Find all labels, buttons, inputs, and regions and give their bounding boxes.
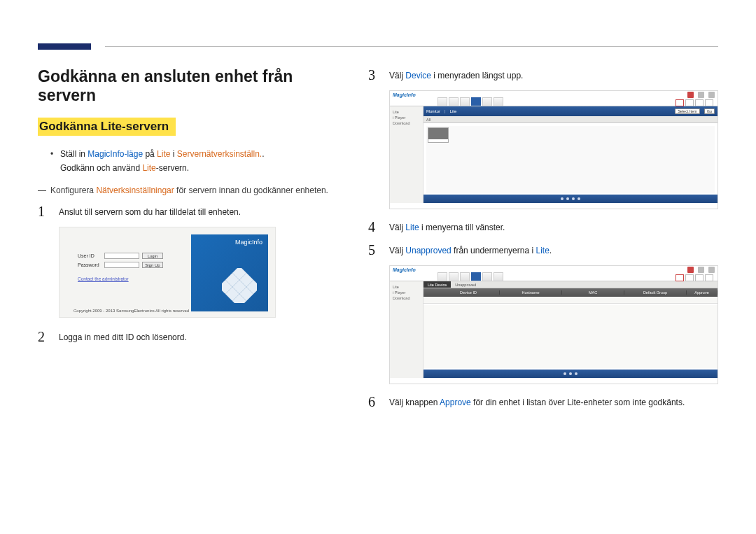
app-sidebar: Lite i Player Download: [390, 281, 424, 378]
highlight-device: Device: [405, 71, 431, 80]
column-right: 3 Välj Device i menyraden längst upp. Ma…: [368, 67, 718, 417]
sidebar-item[interactable]: Download: [391, 120, 421, 126]
status-icon: [685, 99, 694, 106]
alert-icon: [687, 92, 694, 98]
page-dot[interactable]: [564, 372, 566, 375]
toolbar-icon[interactable]: [438, 97, 447, 106]
td-cell: [438, 297, 500, 303]
highlight-approve: Approve: [440, 398, 471, 407]
th-group: Default Group: [624, 290, 687, 295]
tab-unapproved[interactable]: Unapproved: [451, 281, 480, 288]
toolbar-icon[interactable]: [460, 272, 470, 281]
select-dropdown[interactable]: Select Item: [675, 108, 700, 114]
text: för din enhet i listan över Lite-enheter…: [471, 398, 685, 407]
highlight-lite: Lite: [405, 223, 419, 232]
table-row[interactable]: [424, 297, 718, 304]
text: från undermenyerna i: [451, 246, 536, 255]
text: Godkänn och använd: [60, 163, 142, 173]
highlight-lite: Lite: [536, 246, 549, 255]
brand-panel: MagicInfo: [191, 234, 268, 311]
column-left: Godkänna en ansluten enhet från servern …: [38, 67, 340, 417]
login-row-user: User ID Login: [78, 253, 176, 259]
td-checkbox[interactable]: [424, 297, 438, 303]
text: Välj knappen: [389, 398, 440, 407]
window-controls: [687, 267, 715, 273]
text: Välj: [389, 246, 405, 255]
td-cell: [500, 297, 562, 303]
toolbar-icon[interactable]: [493, 272, 503, 281]
dash-note: Konfigurera Nätverksinställningar för se…: [38, 185, 340, 195]
toolbar-icon[interactable]: [493, 97, 503, 106]
text: Konfigurera: [50, 185, 96, 195]
app-logo: MagicInfo: [393, 267, 416, 272]
filter-all[interactable]: All: [426, 118, 430, 122]
step-text: Logga in med ditt ID och lösenord.: [59, 329, 187, 342]
status-icon: [695, 99, 704, 106]
app-body: Lite i Player Download Monitor | Lite Se…: [390, 106, 718, 203]
text: Välj: [389, 71, 405, 80]
toolbar-icon[interactable]: [460, 97, 470, 106]
page-dot[interactable]: [572, 197, 575, 200]
step-3: 3 Välj Device i menyraden längst upp.: [368, 67, 718, 83]
login-row-pass: Password Sign Up: [78, 262, 176, 268]
login-button[interactable]: Login: [142, 253, 163, 259]
sidebar-item[interactable]: i Player: [391, 115, 421, 120]
step-text: Välj Unapproved från undermenyerna i Lit…: [389, 242, 552, 255]
user-icon: [698, 92, 704, 98]
step-number: 2: [38, 329, 48, 345]
page-title: Godkänna en ansluten enhet från servern: [38, 67, 340, 105]
step-number: 4: [368, 219, 378, 235]
sidebar-item[interactable]: Download: [391, 295, 421, 301]
app-body: Lite i Player Download Lite Device Unapp…: [390, 281, 718, 378]
app-footer: [424, 370, 718, 378]
text: i menyerna till vänster.: [419, 223, 505, 232]
window-controls: [687, 92, 715, 98]
go-button[interactable]: Go: [704, 108, 715, 114]
text: för servern innan du godkänner enheten.: [174, 185, 328, 195]
user-id-input[interactable]: [104, 253, 139, 259]
contact-admin-link[interactable]: Contact the administrator: [78, 276, 176, 281]
highlight-netsettings: Nätverksinställningar: [96, 185, 174, 195]
page-dot[interactable]: [561, 197, 564, 200]
signup-button[interactable]: Sign Up: [142, 262, 163, 268]
app-toolbar: [390, 98, 718, 106]
page-dot[interactable]: [578, 197, 580, 200]
sidebar-item[interactable]: Lite: [391, 109, 421, 115]
toolbar-icon-device[interactable]: [471, 272, 481, 281]
td-cell: [624, 297, 687, 303]
device-thumbnail[interactable]: [428, 127, 449, 143]
password-input[interactable]: [104, 262, 139, 268]
step-number: 5: [368, 242, 378, 258]
th-mac: MAC: [562, 290, 624, 295]
page-dot[interactable]: [566, 197, 569, 200]
toolbar-icon[interactable]: [449, 272, 458, 281]
toolbar-icon[interactable]: [482, 97, 492, 106]
th-device-id: Device ID: [438, 290, 500, 295]
blue-header-bar: Monitor | Lite Select Item Go: [424, 106, 718, 116]
blue-label: Lite: [450, 109, 457, 113]
text: .: [550, 246, 552, 255]
td-approve[interactable]: [687, 297, 718, 303]
thumbnail-image: [428, 128, 448, 139]
toolbar-icon[interactable]: [482, 272, 492, 281]
app-main: Monitor | Lite Select Item Go All: [424, 106, 718, 203]
tab-lite-device[interactable]: Lite Device: [424, 281, 451, 288]
step-5: 5 Välj Unapproved från undermenyerna i L…: [368, 242, 718, 258]
app-logo: MagicInfo: [393, 92, 416, 97]
toolbar-icon[interactable]: [438, 272, 447, 281]
page-dot[interactable]: [569, 372, 572, 375]
sidebar-item[interactable]: i Player: [391, 290, 421, 295]
sidebar-item[interactable]: Lite: [391, 284, 421, 290]
toolbar-icon[interactable]: [449, 97, 458, 106]
step-2: 2 Logga in med ditt ID och lösenord.: [38, 329, 340, 345]
highlight-unapproved: Unapproved: [405, 246, 451, 255]
page-dot[interactable]: [575, 372, 578, 375]
app-main: Lite Device Unapproved Device ID Hostnam…: [424, 281, 718, 378]
alert-icon: [687, 267, 694, 273]
step-number: 3: [368, 67, 378, 83]
toolbar-right: [676, 99, 713, 106]
app-screenshot-1: MagicInfo: [389, 90, 718, 209]
th-hostname: Hostname: [500, 290, 562, 295]
toolbar-icon-device[interactable]: [471, 97, 481, 106]
td-cell: [562, 297, 624, 303]
